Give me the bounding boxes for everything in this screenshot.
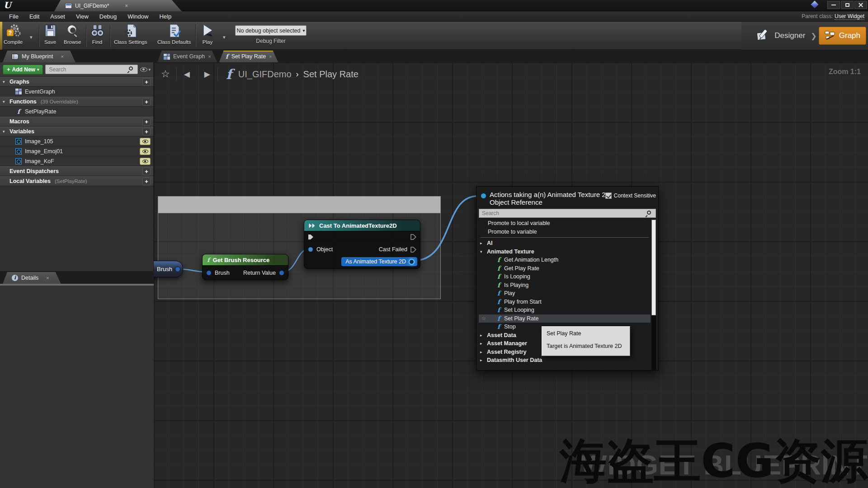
exec-output-pin[interactable] bbox=[410, 234, 416, 240]
play-button[interactable]: Play bbox=[200, 23, 215, 45]
menu-category[interactable]: ▸ Datasmith User Data bbox=[479, 356, 651, 365]
section-local-variables[interactable]: Local Variables (SetPlayRate) + bbox=[0, 176, 153, 186]
compile-button[interactable]: ? Compile bbox=[4, 23, 23, 45]
menu-item[interactable]: fGet Play Rate bbox=[479, 264, 651, 273]
section-functions[interactable]: ▾ Functions (39 Overridable) + bbox=[0, 97, 153, 107]
parent-class-link[interactable]: User Widget bbox=[835, 13, 864, 20]
view-options-button[interactable]: ▾ bbox=[140, 67, 151, 72]
section-macros[interactable]: Macros + bbox=[0, 117, 153, 127]
variable-item[interactable]: Image_Emoj01 bbox=[0, 146, 153, 156]
restore-button[interactable] bbox=[841, 1, 854, 9]
add-new-button[interactable]: + Add New ▾ bbox=[3, 65, 43, 75]
menu-item[interactable]: fGet Animation Length bbox=[479, 256, 651, 264]
variable-visibility-toggle[interactable] bbox=[140, 138, 151, 145]
menu-asset[interactable]: Asset bbox=[45, 13, 71, 20]
variable-visibility-toggle[interactable] bbox=[140, 148, 151, 155]
play-options-caret-icon[interactable]: ▾ bbox=[223, 34, 226, 40]
eventgraph-item[interactable]: EventGraph bbox=[0, 87, 153, 97]
compile-options-caret-icon[interactable]: ▾ bbox=[30, 34, 33, 40]
function-item-setplayrate[interactable]: f SetPlayRate bbox=[0, 107, 153, 117]
graph-canvas[interactable]: ☆ ◀ ▶ f UI_GIFDemo › Set Play Rate Zoom … bbox=[154, 62, 868, 488]
expand-triangle-icon[interactable]: ▾ bbox=[3, 80, 7, 84]
menu-item[interactable]: fPlay bbox=[479, 289, 651, 298]
menu-item[interactable]: fIs Playing bbox=[479, 281, 651, 290]
local-variables-note: (SetPlayRate) bbox=[55, 178, 87, 184]
set-play-rate-tab-close-icon[interactable]: × bbox=[269, 54, 272, 59]
add-variable-button[interactable]: + bbox=[142, 128, 151, 136]
menu-item[interactable]: fIs Looping bbox=[479, 272, 651, 281]
menu-item[interactable]: Promote to variable bbox=[479, 228, 651, 236]
browse-button[interactable]: Browse bbox=[64, 23, 81, 45]
as-animated-texture-pin[interactable] bbox=[409, 259, 415, 265]
section-graphs[interactable]: ▾ Graphs + bbox=[0, 77, 153, 87]
minimize-button[interactable] bbox=[827, 1, 840, 9]
brush-input-pin[interactable] bbox=[206, 270, 212, 276]
my-blueprint-search-input[interactable] bbox=[46, 65, 137, 74]
scrollbar-thumb[interactable] bbox=[651, 220, 656, 315]
expand-triangle-icon[interactable]: ▾ bbox=[3, 99, 7, 104]
add-graph-button[interactable]: + bbox=[142, 78, 151, 86]
menu-window[interactable]: Window bbox=[122, 13, 154, 20]
event-graph-tab-close-icon[interactable]: × bbox=[208, 54, 211, 59]
context-menu-search-input[interactable] bbox=[479, 209, 656, 217]
class-settings-button[interactable]: Class Settings bbox=[114, 23, 147, 45]
menu-category[interactable]: ▸ AI bbox=[479, 239, 651, 248]
graph-mode-button[interactable]: Graph bbox=[819, 27, 866, 45]
object-input-pin[interactable] bbox=[308, 247, 313, 252]
debug-object-dropdown[interactable]: No debug object selected ▾ bbox=[235, 25, 307, 36]
tab-details[interactable]: i Details × bbox=[3, 272, 61, 284]
brush-output-pin[interactable] bbox=[175, 267, 180, 272]
breadcrumb-root[interactable]: UI_GIFDemo bbox=[238, 69, 292, 80]
tab-set-play-rate[interactable]: f Set Play Rate × bbox=[219, 51, 278, 62]
add-macro-button[interactable]: + bbox=[142, 118, 151, 126]
menu-item[interactable]: Promote to local variable bbox=[479, 219, 651, 228]
variable-visibility-toggle[interactable] bbox=[140, 158, 151, 165]
find-button[interactable]: Find bbox=[90, 23, 105, 45]
context-sensitive-toggle[interactable]: Context Sensitive bbox=[605, 192, 656, 199]
my-blueprint-tab-close-icon[interactable]: × bbox=[61, 54, 63, 59]
add-local-variable-button[interactable]: + bbox=[142, 178, 151, 185]
context-menu-scrollbar[interactable] bbox=[651, 219, 656, 370]
variable-item[interactable]: Image_KoF bbox=[0, 156, 153, 166]
menu-debug[interactable]: Debug bbox=[94, 13, 122, 20]
menu-item[interactable]: fSet Looping bbox=[479, 306, 651, 314]
return-value-pin[interactable] bbox=[279, 270, 284, 276]
variable-item[interactable]: Image_105 bbox=[0, 136, 153, 146]
node-cast-to-animatedtexture2d[interactable]: Cast To AnimatedTexture2D Object Cast Fa… bbox=[304, 220, 420, 269]
document-tab-close-icon[interactable]: × bbox=[125, 3, 128, 9]
menu-item-highlighted[interactable]: ☆ fSet Play Rate bbox=[479, 314, 651, 323]
section-event-dispatchers[interactable]: Event Dispatchers + bbox=[0, 166, 153, 176]
menu-item[interactable]: fPlay from Start bbox=[479, 298, 651, 306]
designer-mode-button[interactable]: Designer bbox=[752, 25, 809, 46]
add-event-dispatcher-button[interactable]: + bbox=[142, 168, 151, 175]
cast-failed-exec-pin[interactable] bbox=[410, 247, 416, 253]
details-tab-close-icon[interactable]: × bbox=[46, 275, 49, 281]
exec-input-pin[interactable] bbox=[308, 234, 314, 240]
tab-my-blueprint[interactable]: My Blueprint × bbox=[3, 51, 75, 62]
class-defaults-button[interactable]: Class Defaults bbox=[157, 23, 191, 45]
add-function-button[interactable]: + bbox=[142, 98, 151, 106]
favorite-star-icon[interactable]: ☆ bbox=[159, 68, 176, 80]
checkbox-checked-icon[interactable] bbox=[605, 192, 612, 199]
back-arrow-icon[interactable]: ◀ bbox=[177, 70, 197, 79]
breadcrumb-current[interactable]: Set Play Rate bbox=[303, 69, 359, 80]
close-button[interactable] bbox=[854, 1, 867, 9]
expand-triangle-icon[interactable]: ▾ bbox=[3, 129, 7, 134]
my-blueprint-search[interactable] bbox=[45, 65, 138, 74]
document-tab[interactable]: UI_GIFDemo* × bbox=[54, 0, 190, 11]
as-animated-texture-pin-chip[interactable]: As Animated Texture 2D bbox=[341, 257, 417, 266]
save-button[interactable]: Save bbox=[42, 23, 58, 45]
favorite-star-icon[interactable]: ☆ bbox=[481, 315, 486, 321]
node-get-brush-resource[interactable]: f Get Brush Resource Brush Return Value bbox=[202, 254, 288, 280]
section-variables[interactable]: ▾ Variables + bbox=[0, 127, 153, 136]
tab-event-graph[interactable]: Event Graph × bbox=[157, 51, 217, 62]
menu-edit[interactable]: Edit bbox=[24, 13, 45, 20]
node-brush-getter[interactable]: Brush bbox=[154, 261, 183, 277]
forward-arrow-icon[interactable]: ▶ bbox=[197, 70, 217, 79]
menu-category[interactable]: ▾ Animated Texture bbox=[479, 248, 651, 256]
context-menu-search[interactable] bbox=[479, 209, 656, 218]
comment-node-header[interactable] bbox=[158, 196, 441, 213]
menu-file[interactable]: File bbox=[4, 13, 24, 20]
menu-view[interactable]: View bbox=[71, 13, 94, 20]
menu-help[interactable]: Help bbox=[154, 13, 177, 20]
